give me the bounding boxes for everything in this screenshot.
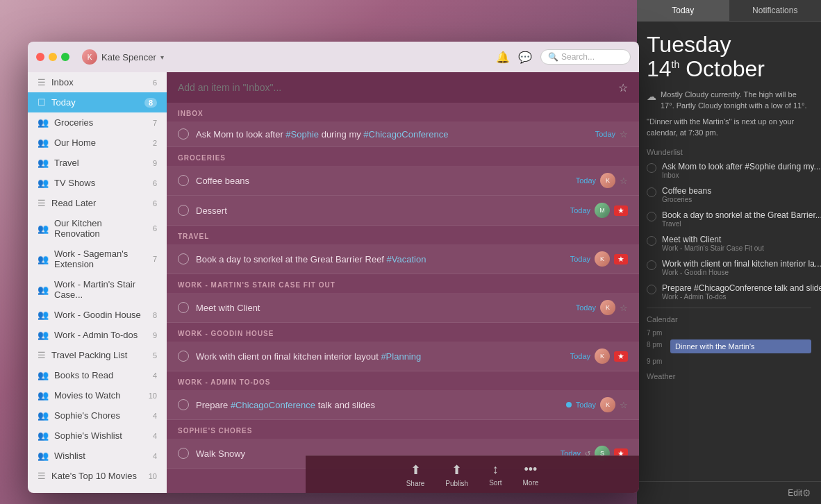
task-row[interactable]: Dessert Today M ★ bbox=[167, 196, 639, 226]
wl-checkbox-4[interactable] bbox=[647, 260, 656, 270]
task-text: Prepare #ChicagoConference talk and slid… bbox=[196, 400, 559, 410]
tab-today[interactable]: Today bbox=[637, 0, 729, 21]
edit-button[interactable]: Edit bbox=[788, 487, 802, 498]
task-row[interactable]: Book a day to snorkel at the Great Barri… bbox=[167, 244, 639, 274]
sidebar-item-sophiechores[interactable]: 👥 Sophie's Chores 4 bbox=[28, 405, 167, 426]
list-icon: 👥 bbox=[38, 390, 49, 401]
wl-checkbox-0[interactable] bbox=[647, 163, 656, 173]
dropdown-icon[interactable]: ▾ bbox=[160, 53, 164, 61]
settings-icon[interactable]: ⚙ bbox=[802, 487, 811, 498]
maximize-button[interactable] bbox=[61, 53, 69, 61]
sidebar-label-sophiewishlist: Sophie's Wishlist bbox=[54, 430, 147, 441]
sidebar-item-groceries[interactable]: 👥 Groceries 7 bbox=[28, 112, 167, 133]
task-row[interactable]: Meet with Client Today K ☆ bbox=[167, 293, 639, 323]
sidebar-item-ourhome[interactable]: 👥 Our Home 2 bbox=[28, 133, 167, 153]
task-checkbox[interactable] bbox=[178, 399, 189, 410]
sidebar-item-inbox[interactable]: ☰ Inbox 6 bbox=[28, 72, 167, 92]
wl-checkbox-3[interactable] bbox=[647, 236, 656, 246]
share-button[interactable]: ⬆ Share bbox=[406, 462, 425, 487]
more-icon: ••• bbox=[524, 462, 537, 477]
flag-icon: ★ bbox=[614, 254, 628, 264]
task-checkbox[interactable] bbox=[178, 302, 189, 313]
star-icon[interactable]: ☆ bbox=[620, 303, 628, 313]
search-bar[interactable]: 🔍 Search... bbox=[540, 49, 631, 65]
sidebar-label-martin: Work - Martin's Stair Case... bbox=[54, 279, 151, 300]
wl-checkbox-2[interactable] bbox=[647, 212, 656, 221]
list-icon: 👥 bbox=[38, 178, 49, 188]
wl-subtitle-1: Groceries bbox=[662, 196, 811, 203]
star-icon[interactable]: ☆ bbox=[618, 81, 628, 94]
sidebar-label-tvshows: TV Shows bbox=[54, 178, 147, 188]
sidebar-count-sageman: 7 bbox=[153, 255, 157, 263]
sidebar-item-martin[interactable]: 👥 Work - Martin's Stair Case... bbox=[28, 274, 167, 305]
sidebar-item-tvshows[interactable]: 👥 TV Shows 6 bbox=[28, 173, 167, 193]
sidebar-item-goodin[interactable]: 👥 Work - Goodin House 8 bbox=[28, 305, 167, 325]
chat-icon[interactable]: 💬 bbox=[518, 51, 532, 64]
sidebar-item-movies[interactable]: 👥 Movies to Watch 10 bbox=[28, 385, 167, 405]
task-row[interactable]: Ask Mom to look after #Sophie during my … bbox=[167, 121, 639, 147]
sidebar-item-sageman[interactable]: 👥 Work - Sageman's Extension 7 bbox=[28, 244, 167, 274]
dot-indicator bbox=[566, 402, 572, 408]
wl-checkbox-5[interactable] bbox=[647, 285, 656, 294]
share-label: Share bbox=[406, 480, 425, 487]
sidebar-item-wishlist[interactable]: 👥 Wishlist 4 bbox=[28, 446, 167, 466]
task-checkbox[interactable] bbox=[178, 448, 189, 459]
flag-icon: ★ bbox=[614, 205, 628, 216]
sidebar-item-top10[interactable]: ☰ Kate's Top 10 Movies 10 bbox=[28, 466, 167, 486]
search-icon: 🔍 bbox=[548, 52, 558, 62]
task-meta: Today K ★ bbox=[570, 251, 628, 267]
time-block-0: 7 pm bbox=[647, 328, 811, 337]
task-row[interactable]: Prepare #ChicagoConference talk and slid… bbox=[167, 390, 639, 420]
sort-label: Sort bbox=[489, 479, 501, 487]
calendar-event-box[interactable]: Dinner with the Martin's bbox=[670, 339, 811, 353]
close-button[interactable] bbox=[36, 53, 44, 61]
task-text: Meet with Client bbox=[196, 303, 569, 313]
section-header-inbox: INBOX bbox=[167, 103, 639, 121]
list-icon: 👥 bbox=[38, 285, 49, 295]
task-checkbox[interactable] bbox=[178, 351, 189, 362]
section-header-sophiechores: SOPHIE'S CHORES bbox=[167, 420, 639, 439]
sidebar-item-sophiewishlist[interactable]: 👥 Sophie's Wishlist 4 bbox=[28, 426, 167, 446]
sidebar-item-books[interactable]: 👥 Books to Read 4 bbox=[28, 365, 167, 385]
list-icon: 👥 bbox=[38, 430, 49, 441]
right-panel-content: Tuesday 14th October ☁ Mostly Cloudy cur… bbox=[637, 22, 821, 481]
sidebar-item-readlater[interactable]: ☰ Read Later 6 bbox=[28, 193, 167, 213]
sidebar-count-travel: 9 bbox=[153, 159, 157, 167]
avatar: K bbox=[595, 251, 610, 267]
task-checkbox[interactable] bbox=[178, 205, 189, 216]
star-icon[interactable]: ☆ bbox=[620, 129, 628, 140]
sort-button[interactable]: ↕ Sort bbox=[489, 462, 501, 487]
wl-item: Coffee beans Groceries bbox=[647, 186, 811, 203]
minimize-button[interactable] bbox=[49, 53, 57, 61]
task-text: Ask Mom to look after #Sophie during my … bbox=[196, 129, 588, 140]
traffic-lights bbox=[36, 53, 69, 61]
sidebar-item-travel[interactable]: 👥 Travel 9 bbox=[28, 153, 167, 173]
task-row[interactable]: Coffee beans Today K ☆ bbox=[167, 166, 639, 196]
add-item-input[interactable] bbox=[178, 82, 611, 93]
task-date: Today bbox=[576, 176, 596, 185]
star-icon[interactable]: ☆ bbox=[620, 176, 628, 186]
bell-icon[interactable]: 🔔 bbox=[496, 51, 510, 64]
add-list-button[interactable]: + bbox=[28, 486, 167, 493]
task-meta: Today ☆ bbox=[595, 129, 628, 140]
publish-button[interactable]: ⬆ Publish bbox=[445, 462, 468, 487]
task-checkbox[interactable] bbox=[178, 175, 189, 186]
more-button[interactable]: ••• More bbox=[523, 462, 539, 487]
sidebar-item-today[interactable]: ☐ Today 8 bbox=[28, 92, 167, 112]
sidebar-item-travelpacking[interactable]: ☰ Travel Packing List 5 bbox=[28, 345, 167, 365]
sidebar-item-admintodos[interactable]: 👥 Work - Admin To-dos 9 bbox=[28, 325, 167, 345]
sidebar-count-readlater: 6 bbox=[153, 199, 157, 208]
sidebar-item-kitchen[interactable]: 👥 Our Kitchen Renovation 6 bbox=[28, 213, 167, 244]
tasks-list: INBOX Ask Mom to look after #Sophie duri… bbox=[167, 103, 639, 493]
avatar: M bbox=[595, 203, 610, 218]
task-checkbox[interactable] bbox=[178, 253, 189, 264]
task-text: Book a day to snorkel at the Great Barri… bbox=[196, 254, 563, 264]
task-checkbox[interactable] bbox=[178, 128, 189, 140]
app-body: ☰ Inbox 6 ☐ Today 8 👥 Groceries 7 👥 Our … bbox=[28, 72, 639, 493]
list-icon: 👥 bbox=[38, 158, 49, 168]
right-panel: Today Notifications Tuesday 14th October… bbox=[637, 0, 821, 504]
star-icon[interactable]: ☆ bbox=[620, 400, 628, 410]
task-row[interactable]: Work with client on final kitchen interi… bbox=[167, 342, 639, 371]
tab-notifications[interactable]: Notifications bbox=[729, 0, 822, 21]
wl-checkbox-1[interactable] bbox=[647, 187, 656, 197]
